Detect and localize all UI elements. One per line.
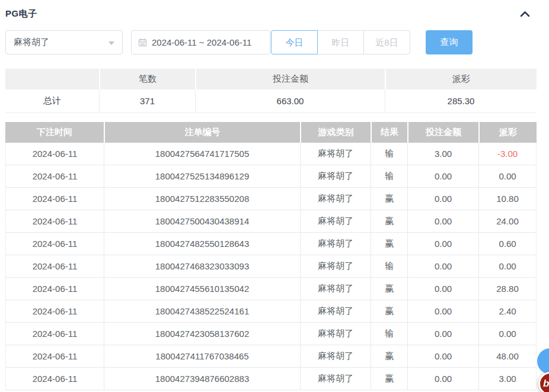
record-payout: 3.00 <box>478 368 537 390</box>
record-bet-amount: 0.00 <box>407 300 478 323</box>
record-game-type: 麻将胡了 <box>300 233 371 255</box>
record-game-type: 麻将胡了 <box>300 255 371 278</box>
record-bet-number: 1800427394876602883 <box>104 368 300 390</box>
record-result: 输 <box>371 143 407 165</box>
records-table: 下注时间 注单编号 游戏类别 结果 投注金额 派彩 2024-06-11 180… <box>5 122 537 390</box>
record-result: 输 <box>371 165 407 188</box>
record-payout: 0.00 <box>478 255 537 278</box>
record-bet-number: 1800427482550128643 <box>104 233 300 255</box>
summary-total-row: 总计 371 663.00 285.30 <box>5 89 537 113</box>
calendar-icon <box>138 38 147 47</box>
record-game-type: 麻将胡了 <box>300 143 371 165</box>
record-game-type: 麻将胡了 <box>300 188 371 210</box>
records-header-row: 下注时间 注单编号 游戏类别 结果 投注金额 派彩 <box>5 122 537 143</box>
record-bet-amount: 3.00 <box>407 143 478 165</box>
chevron-down-icon <box>108 41 114 45</box>
record-bet-number: 1800427564741717505 <box>104 143 300 165</box>
date-range-input[interactable]: 2024-06-11 ~ 2024-06-11 <box>131 30 270 54</box>
record-game-type: 麻将胡了 <box>300 210 371 233</box>
record-result: 赢 <box>371 233 407 255</box>
record-bet-amount: 0.00 <box>407 255 478 278</box>
records-header-bet-number: 注单编号 <box>104 122 300 143</box>
summary-total-label: 总计 <box>5 89 99 113</box>
record-bet-number: 1800427500430438914 <box>104 210 300 233</box>
record-bet-amount: 0.00 <box>407 210 478 233</box>
record-row: 2024-06-11 1800427455610135042 麻将胡了 赢 0.… <box>5 278 537 300</box>
record-bet-time: 2024-06-11 <box>5 278 104 300</box>
chevron-up-icon <box>520 11 530 17</box>
record-bet-amount: 0.00 <box>407 278 478 300</box>
record-bet-time: 2024-06-11 <box>5 165 104 188</box>
record-bet-time: 2024-06-11 <box>5 210 104 233</box>
date-range-value: 2024-06-11 ~ 2024-06-11 <box>152 37 251 47</box>
record-bet-amount: 0.00 <box>407 233 478 255</box>
record-bet-amount: 0.00 <box>407 165 478 188</box>
record-bet-number: 1800427423058137602 <box>104 323 300 345</box>
record-bet-amount: 0.00 <box>407 188 478 210</box>
record-bet-time: 2024-06-11 <box>5 323 104 345</box>
brand-glyph: b <box>543 378 549 390</box>
record-payout: 2.40 <box>478 300 537 323</box>
summary-header-count: 笔数 <box>99 69 195 89</box>
record-payout: 10.80 <box>478 188 537 210</box>
summary-header-row: 笔数 投注金额 派彩 <box>5 69 537 89</box>
record-bet-time: 2024-06-11 <box>5 188 104 210</box>
quick-range-group: 今日 昨日 近8日 <box>271 30 410 54</box>
query-button[interactable]: 查询 <box>426 30 473 54</box>
record-bet-amount: 0.00 <box>407 323 478 345</box>
record-bet-amount: 0.00 <box>407 345 478 368</box>
record-result: 赢 <box>371 188 407 210</box>
record-payout: 24.00 <box>478 210 537 233</box>
record-row: 2024-06-11 1800427468323033093 麻将胡了 输 0.… <box>5 255 537 278</box>
game-select-value: 麻将胡了 <box>14 37 49 48</box>
summary-header-bet-amount: 投注金额 <box>195 69 385 89</box>
record-result: 输 <box>371 323 407 345</box>
record-bet-time: 2024-06-11 <box>5 345 104 368</box>
records-body: 2024-06-11 1800427564741717505 麻将胡了 输 3.… <box>5 143 537 390</box>
quick-button-today[interactable]: 今日 <box>271 30 318 54</box>
record-bet-number: 1800427438522524161 <box>104 300 300 323</box>
record-row: 2024-06-11 1800427394876602883 麻将胡了 赢 0.… <box>5 368 537 390</box>
record-bet-time: 2024-06-11 <box>5 368 104 390</box>
pg-panel: PG电子 麻将胡了 2024-06-11 ~ 2024 <box>0 0 549 390</box>
record-game-type: 麻将胡了 <box>300 345 371 368</box>
quick-button-last8days[interactable]: 近8日 <box>363 30 410 54</box>
record-bet-number: 1800427455610135042 <box>104 278 300 300</box>
record-result: 赢 <box>371 345 407 368</box>
record-bet-time: 2024-06-11 <box>5 233 104 255</box>
record-row: 2024-06-11 1800427564741717505 麻将胡了 输 3.… <box>5 143 537 165</box>
summary-total-count: 371 <box>99 89 195 113</box>
records-header-bet-amount: 投注金额 <box>407 122 478 143</box>
summary-total-bet-amount: 663.00 <box>195 89 385 113</box>
panel-header: PG电子 <box>5 6 537 21</box>
record-bet-number: 1800427525134896129 <box>104 165 300 188</box>
record-row: 2024-06-11 1800427500430438914 麻将胡了 赢 0.… <box>5 210 537 233</box>
page-title: PG电子 <box>5 8 37 20</box>
record-row: 2024-06-11 1800427423058137602 麻将胡了 输 0.… <box>5 323 537 345</box>
collapse-button[interactable] <box>518 8 532 20</box>
record-bet-number: 1800427468323033093 <box>104 255 300 278</box>
record-result: 赢 <box>371 368 407 390</box>
record-result: 输 <box>371 255 407 278</box>
record-payout: 0.00 <box>478 165 537 188</box>
record-payout: 0.00 <box>478 323 537 345</box>
records-header-payout: 派彩 <box>478 122 537 143</box>
record-row: 2024-06-11 1800427525134896129 麻将胡了 输 0.… <box>5 165 537 188</box>
record-bet-number: 1800427411767038465 <box>104 345 300 368</box>
record-game-type: 麻将胡了 <box>300 323 371 345</box>
record-row: 2024-06-11 1800427411767038465 麻将胡了 赢 0.… <box>5 345 537 368</box>
record-game-type: 麻将胡了 <box>300 368 371 390</box>
record-bet-time: 2024-06-11 <box>5 143 104 165</box>
record-result: 赢 <box>371 278 407 300</box>
quick-button-yesterday[interactable]: 昨日 <box>317 30 364 54</box>
record-result: 赢 <box>371 300 407 323</box>
summary-header-blank <box>5 69 99 89</box>
record-bet-time: 2024-06-11 <box>5 300 104 323</box>
record-result: 赢 <box>371 210 407 233</box>
record-bet-time: 2024-06-11 <box>5 255 104 278</box>
game-select[interactable]: 麻将胡了 <box>5 30 123 54</box>
records-header-game-type: 游戏类别 <box>300 122 371 143</box>
record-row: 2024-06-11 1800427438522524161 麻将胡了 赢 0.… <box>5 300 537 323</box>
summary-table: 笔数 投注金额 派彩 总计 371 663.00 285.30 <box>5 69 537 113</box>
summary-header-payout: 派彩 <box>385 69 537 89</box>
